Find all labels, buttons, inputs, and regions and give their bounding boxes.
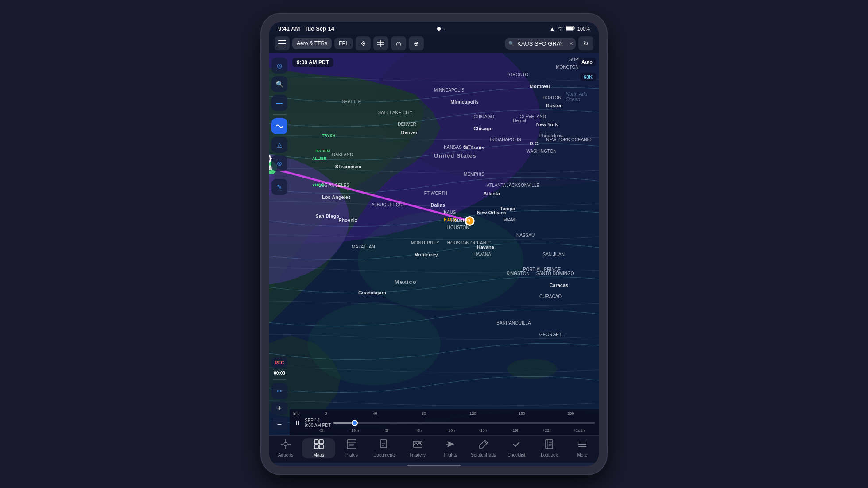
search-clear-button[interactable]: ✕ (569, 41, 573, 46)
airports-label: Airports (278, 453, 293, 457)
scratchpads-label: ScratchPads (471, 453, 496, 457)
timeline-area: kts 0 40 80 120 160 200 (290, 409, 599, 435)
toolbar: Aero & TFRs FPL ⚙ ◷ ⊕ 🔍 ✕ (269, 34, 599, 53)
layers2-button[interactable] (373, 36, 388, 50)
tab-more[interactable]: More (566, 438, 599, 458)
zoom-in-button[interactable]: + (271, 402, 287, 415)
svg-rect-3 (278, 40, 286, 41)
gps-button[interactable]: ◎ (271, 58, 287, 74)
checklist-icon (512, 439, 521, 451)
more-icon (577, 439, 587, 451)
tab-bar: Airports Maps (269, 435, 599, 463)
pen-button[interactable]: ✎ (271, 179, 287, 195)
location-icon: ▲ (550, 26, 555, 32)
flights-label: Flights (444, 453, 457, 457)
map-area[interactable]: ✈ ✈ SEATTLE MINNEAPOLIS (269, 53, 599, 435)
svg-point-29 (284, 442, 287, 446)
alt-badge: 63K (580, 73, 596, 81)
tick-plus13h: +13h (466, 428, 499, 433)
airports-icon (281, 439, 291, 451)
zoom-out-button[interactable]: − (271, 418, 287, 431)
pin-button[interactable]: ⊕ (409, 36, 424, 50)
timeline-ticks: -3h +19m +3h +6h +10h +13h +19h +22h +1d… (293, 428, 595, 433)
battery-icon (566, 26, 575, 32)
aero-tfrs-button[interactable]: Aero & TFRs (292, 38, 332, 49)
layers-button[interactable] (275, 36, 290, 50)
tick-plus19h: +19h (499, 428, 531, 433)
tab-flights[interactable]: Flights (434, 438, 467, 458)
rec-button[interactable]: REC (271, 357, 287, 368)
map-background: ✈ ✈ (269, 53, 599, 435)
tab-airports[interactable]: Airports (269, 438, 302, 458)
map-search-button[interactable]: 🔍 (271, 76, 287, 92)
wifi-icon (557, 26, 563, 32)
tick-plus1d1h: +1d1h (563, 428, 595, 433)
device-frame: 9:41 AM Tue Sep 14 ··· ▲ (261, 14, 607, 474)
wind-numbers: 0 40 80 120 160 200 (302, 411, 595, 416)
sidebar-divider-2 (273, 175, 286, 175)
maps-icon (314, 439, 324, 451)
status-right: ▲ 100% (550, 26, 590, 32)
fpl-label: FPL (339, 40, 349, 46)
scratchpads-icon (479, 439, 488, 451)
sidebar-divider-1 (273, 114, 286, 115)
svg-rect-1 (566, 27, 574, 30)
svg-rect-37 (319, 445, 323, 449)
plates-icon (347, 439, 356, 451)
shield-button[interactable]: ⊛ (271, 155, 287, 171)
svg-point-16 (357, 211, 523, 310)
rec-label: REC (275, 360, 284, 365)
timeline-thumb[interactable] (352, 420, 358, 426)
tab-plates[interactable]: Plates (335, 438, 368, 458)
tab-scratchpads[interactable]: ScratchPads (467, 438, 500, 458)
flights-icon (446, 439, 455, 451)
wave-button[interactable] (271, 118, 287, 134)
logbook-label: Logbook (541, 453, 558, 457)
settings-button[interactable]: ⚙ (356, 36, 371, 50)
documents-icon (380, 439, 389, 451)
play-pause-button[interactable]: ⏸ (293, 419, 302, 426)
tab-documents[interactable]: Documents (368, 438, 401, 458)
tab-imagery[interactable]: Imagery (401, 438, 434, 458)
wind-num-120: 120 (448, 411, 497, 416)
fpl-button[interactable]: FPL (334, 38, 353, 49)
svg-rect-2 (574, 27, 575, 29)
search-input[interactable] (505, 38, 576, 50)
svg-point-12 (507, 359, 557, 379)
wind-label: kts (293, 411, 299, 416)
search-wrapper: 🔍 ✕ (505, 38, 576, 50)
time-indicator: 9:00 AM PDT (292, 58, 333, 67)
tick-plus19m: +19m (338, 428, 370, 433)
svg-rect-5 (278, 46, 286, 46)
scissors-button[interactable]: ✂ (271, 383, 287, 399)
tab-checklist[interactable]: Checklist (500, 438, 533, 458)
status-bar: 9:41 AM Tue Sep 14 ··· ▲ (269, 22, 599, 34)
sep-date: SEP 14 (305, 418, 320, 423)
clock-button[interactable]: ◷ (391, 36, 406, 50)
sidebar-divider-3 (273, 379, 286, 380)
device-screen: 9:41 AM Tue Sep 14 ··· ▲ (269, 22, 599, 466)
tab-logbook[interactable]: Logbook (533, 438, 566, 458)
checklist-label: Checklist (508, 453, 526, 457)
svg-rect-4 (278, 43, 286, 44)
status-time: 9:41 AM (278, 25, 300, 32)
home-indicator (407, 465, 461, 466)
maps-label: Maps (313, 453, 324, 457)
imagery-label: Imagery (410, 453, 426, 457)
tick-plus10h: +10h (434, 428, 467, 433)
tick-plus6h: +6h (402, 428, 434, 433)
timeline-date: SEP 14 9:00 AM PDT (305, 418, 331, 428)
refresh-button[interactable]: ↻ (578, 36, 593, 50)
timeline-track[interactable] (333, 422, 595, 424)
svg-point-28 (465, 217, 474, 225)
tab-maps[interactable]: Maps (302, 438, 335, 458)
svg-point-17 (308, 302, 441, 386)
wind-num-0: 0 (302, 411, 351, 416)
imagery-icon (413, 439, 422, 451)
timeline-row: ⏸ SEP 14 9:00 AM PDT (293, 418, 595, 428)
minus-button[interactable]: — (271, 95, 287, 111)
time-display: 00:00 (274, 371, 285, 376)
wind-num-40: 40 (350, 411, 399, 416)
status-dots: ··· (442, 26, 447, 32)
mountain-button[interactable]: △ (271, 137, 287, 153)
